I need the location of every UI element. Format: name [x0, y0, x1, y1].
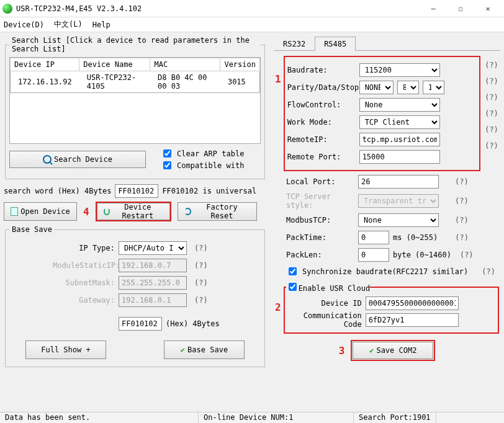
status-online: On-line Device NUM:1: [199, 412, 354, 423]
packlen-label: PackLen:: [286, 251, 354, 259]
tab-rs232[interactable]: RS232: [274, 37, 315, 51]
menu-help[interactable]: Help: [92, 20, 110, 29]
remoteip-input[interactable]: [359, 133, 440, 146]
help-icon[interactable]: (?): [455, 177, 469, 186]
device-restart-button[interactable]: Device Restart: [97, 203, 170, 220]
open-device-button[interactable]: Open Device: [4, 202, 77, 221]
modbus-label: ModbusTCP:: [286, 216, 354, 225]
subnet-input: [119, 276, 187, 290]
help-icon[interactable]: (?): [194, 296, 208, 305]
packtime-input[interactable]: [358, 231, 389, 244]
base-save-legend: Base Save: [9, 225, 55, 234]
full-show-button[interactable]: Full Show +: [25, 341, 106, 359]
subnet-label: SubnetMask:: [53, 278, 115, 287]
help-icon[interactable]: (?): [482, 267, 495, 276]
status-port: Search Port:1901: [354, 412, 436, 423]
hex-hint: (Hex) 4Bytes: [166, 319, 220, 328]
parity-label: Parity/Data/Stop:: [287, 83, 356, 92]
col-ver[interactable]: Version: [220, 58, 260, 71]
stop-select[interactable]: 1: [423, 81, 444, 94]
remoteport-label: Remote Port:: [287, 153, 356, 161]
sync-baud-checkbox[interactable]: [289, 267, 297, 275]
remoteip-label: RemoteIP:: [287, 135, 356, 144]
localport-label: Local Port:: [286, 177, 354, 186]
enable-cloud-checkbox[interactable]: [289, 283, 297, 291]
annotation-3: 3: [339, 345, 345, 357]
help-icon[interactable]: (?): [194, 278, 208, 287]
col-ip[interactable]: Device IP: [11, 58, 79, 71]
static-ip-label: ModuleStaticIP:: [53, 261, 115, 270]
menu-lang[interactable]: 中文(L): [54, 19, 83, 30]
flow-select[interactable]: None: [359, 98, 440, 112]
help-icon[interactable]: (?): [460, 251, 474, 259]
col-mac[interactable]: MAC: [150, 58, 220, 71]
search-list-group: Search List [Click a device to read para…: [5, 36, 265, 179]
minimize-button[interactable]: —: [420, 0, 447, 17]
maximize-button[interactable]: ☐: [447, 0, 474, 17]
tab-rs485[interactable]: RS485: [315, 37, 356, 51]
help-icon[interactable]: (?): [485, 141, 498, 150]
modbus-select[interactable]: None: [358, 213, 439, 227]
commcode-input[interactable]: [366, 313, 459, 327]
data-select[interactable]: 8: [397, 81, 419, 94]
devid-input[interactable]: [366, 296, 459, 310]
tcpstyle-select: Transparent transmi: [358, 194, 439, 208]
ip-type-label: IP Type:: [53, 244, 115, 252]
flow-label: FlowControl:: [287, 100, 356, 109]
static-ip-input: [119, 259, 187, 272]
save-com-button[interactable]: ✔ Save COM2: [353, 342, 433, 359]
base-save-group: Base Save IP Type: DHCP/Auto II (?) Modu…: [5, 225, 265, 367]
check-icon: ✔: [181, 345, 185, 354]
menu-device[interactable]: Device(D): [4, 20, 44, 29]
search-word-hint: FF010102 is universal: [162, 187, 256, 195]
remoteport-input[interactable]: [359, 150, 440, 164]
search-word-label: search word (Hex) 4Bytes: [4, 187, 111, 195]
parity-select[interactable]: NONE: [359, 81, 394, 94]
col-name[interactable]: Device Name: [79, 58, 150, 71]
compatible-checkbox[interactable]: [163, 161, 171, 169]
search-device-button[interactable]: Search Device: [9, 151, 146, 168]
work-select[interactable]: TCP Client: [359, 115, 440, 129]
packtime-label: PackTime:: [286, 233, 354, 242]
help-icon[interactable]: (?): [485, 93, 498, 102]
check-icon: ✔: [369, 346, 374, 355]
base-save-button[interactable]: ✔ Base Save: [164, 341, 245, 359]
help-icon[interactable]: (?): [194, 261, 208, 270]
annotation-2: 2: [275, 301, 281, 313]
search-word-input[interactable]: [115, 184, 158, 198]
commcode-label: Communication Code: [286, 311, 362, 329]
hex-input[interactable]: [119, 317, 162, 331]
help-icon[interactable]: (?): [194, 244, 208, 252]
help-icon[interactable]: (?): [485, 61, 498, 69]
ip-type-select[interactable]: DHCP/Auto II: [119, 241, 187, 255]
close-button[interactable]: ✕: [474, 0, 502, 17]
table-row[interactable]: 172.16.13.92 USR-TCP232-410S D8 B0 4C 00…: [11, 71, 260, 93]
help-icon[interactable]: (?): [485, 125, 498, 134]
search-icon: [43, 155, 52, 164]
factory-reset-button[interactable]: Factory Reset: [178, 202, 257, 221]
localport-input[interactable]: [358, 175, 439, 189]
restart-icon: [104, 208, 110, 215]
help-icon[interactable]: (?): [455, 197, 469, 205]
gateway-label: Gateway:: [53, 296, 115, 305]
window-title: USR-TCP232-M4,E45 V2.3.4.102: [16, 4, 420, 13]
annotation-4: 4: [83, 206, 89, 218]
status-bar: Data has been sent. On-line Device NUM:1…: [0, 412, 504, 423]
status-sent: Data has been sent.: [0, 412, 199, 423]
clear-arp-checkbox[interactable]: [163, 149, 171, 158]
annotation-1: 1: [275, 73, 281, 85]
tcpstyle-label: TCP Server style:: [286, 192, 354, 210]
help-icon[interactable]: (?): [455, 216, 469, 225]
search-list-legend: Search List [Click a device to read para…: [9, 36, 261, 53]
device-table[interactable]: Device IP Device Name MAC Version 172.16…: [10, 58, 260, 93]
baud-label: Baudrate:: [287, 66, 356, 74]
baud-select[interactable]: 115200: [359, 63, 440, 77]
packlen-input[interactable]: [358, 248, 389, 262]
gateway-input: [119, 293, 187, 307]
work-label: Work Mode:: [287, 118, 356, 127]
devid-label: Device ID: [286, 299, 362, 308]
help-icon[interactable]: (?): [485, 77, 498, 86]
help-icon[interactable]: (?): [485, 109, 498, 118]
file-icon: [11, 207, 18, 216]
help-icon[interactable]: (?): [455, 233, 469, 242]
